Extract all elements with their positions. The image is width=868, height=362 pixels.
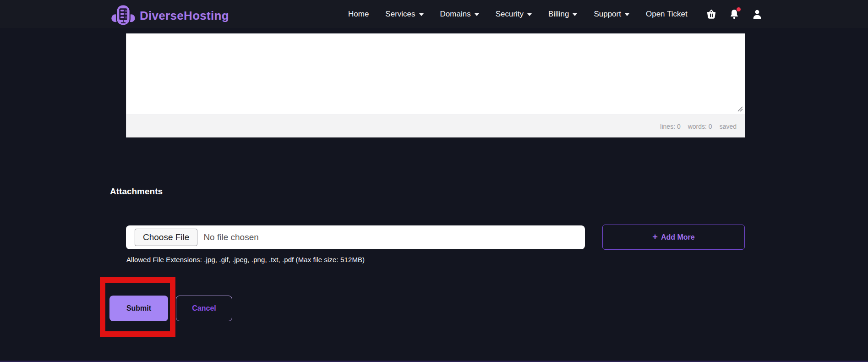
nav-item-support[interactable]: Support bbox=[594, 10, 629, 19]
nav-item-domains[interactable]: Domains bbox=[440, 10, 479, 19]
logo-icon bbox=[111, 4, 135, 27]
choose-file-button[interactable]: Choose File bbox=[135, 229, 197, 246]
plus-icon: + bbox=[652, 232, 658, 241]
words-count: words: 0 bbox=[688, 123, 712, 130]
nav-item-open-ticket[interactable]: Open Ticket bbox=[646, 10, 688, 19]
saved-status: saved bbox=[720, 123, 737, 130]
add-more-label: Add More bbox=[661, 233, 695, 241]
nav-label: Billing bbox=[548, 10, 569, 19]
nav-item-home[interactable]: Home bbox=[348, 10, 369, 19]
navbar-icon-group bbox=[705, 0, 764, 28]
add-more-button[interactable]: + Add More bbox=[602, 225, 745, 250]
nav-label: Support bbox=[594, 10, 621, 19]
chevron-down-icon bbox=[625, 13, 629, 16]
nav-label: Security bbox=[496, 10, 524, 19]
editor-status-bar: lines: 0 words: 0 saved bbox=[126, 115, 745, 137]
brand-name: DiverseHosting bbox=[140, 9, 229, 23]
cancel-button[interactable]: Cancel bbox=[176, 296, 232, 321]
basket-icon[interactable] bbox=[705, 8, 718, 21]
chevron-down-icon bbox=[475, 13, 479, 16]
ticket-message-editor: lines: 0 words: 0 saved bbox=[126, 33, 745, 137]
bell-icon[interactable] bbox=[728, 8, 741, 21]
chevron-down-icon bbox=[419, 13, 424, 16]
allowed-extensions-note: Allowed File Extensions: .jpg, .gif, .jp… bbox=[126, 256, 365, 263]
nav-item-billing[interactable]: Billing bbox=[548, 10, 577, 19]
attachments-heading: Attachments bbox=[110, 186, 163, 197]
submit-button[interactable]: Submit bbox=[109, 296, 168, 321]
no-file-chosen-text: No file chosen bbox=[203, 232, 258, 242]
file-upload-input[interactable]: Choose File No file chosen bbox=[126, 225, 585, 249]
nav-label: Home bbox=[348, 10, 369, 19]
nav-label: Domains bbox=[440, 10, 471, 19]
main-nav: Home Services Domains Security Billing S… bbox=[348, 0, 688, 28]
chevron-down-icon bbox=[573, 13, 577, 16]
nav-label: Services bbox=[385, 10, 415, 19]
brand-logo[interactable]: DiverseHosting bbox=[111, 4, 229, 27]
nav-label: Open Ticket bbox=[646, 10, 688, 19]
message-textarea[interactable] bbox=[126, 33, 745, 115]
notification-dot bbox=[737, 7, 741, 11]
nav-item-services[interactable]: Services bbox=[385, 10, 423, 19]
top-navbar: DiverseHosting Home Services Domains Sec… bbox=[0, 0, 868, 28]
chevron-down-icon bbox=[527, 13, 532, 16]
nav-item-security[interactable]: Security bbox=[496, 10, 532, 19]
lines-count: lines: 0 bbox=[660, 123, 680, 130]
user-icon[interactable] bbox=[751, 8, 764, 21]
